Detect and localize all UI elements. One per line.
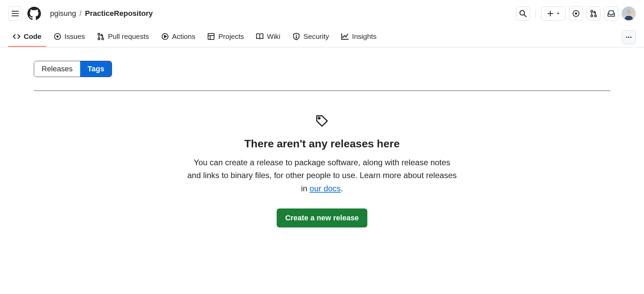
- svg-point-26: [296, 38, 297, 38]
- divider: [34, 91, 610, 91]
- tab-code[interactable]: Code: [8, 27, 46, 47]
- menu-button[interactable]: [8, 6, 22, 21]
- issue-opened-icon: [54, 33, 61, 40]
- docs-link[interactable]: our docs: [309, 184, 341, 193]
- inbox-button[interactable]: [604, 6, 618, 21]
- search-button[interactable]: [516, 6, 530, 21]
- subtab-tags[interactable]: Tags: [80, 61, 112, 77]
- svg-point-9: [591, 10, 593, 12]
- issue-opened-icon: [572, 10, 580, 17]
- svg-point-28: [628, 36, 629, 38]
- main-content: Releases Tags There aren't any releases …: [0, 47, 644, 241]
- code-icon: [13, 33, 20, 40]
- avatar-image: [622, 6, 636, 21]
- create-release-button[interactable]: Create a new release: [277, 209, 367, 227]
- subtab-group: Releases Tags: [34, 61, 112, 77]
- svg-point-10: [591, 15, 593, 17]
- svg-point-15: [56, 36, 58, 37]
- svg-point-8: [575, 13, 577, 14]
- tab-pull-requests-label: Pull requests: [108, 32, 149, 41]
- inbox-icon: [607, 10, 615, 17]
- git-pull-request-icon: [97, 33, 105, 40]
- github-icon: [27, 7, 41, 20]
- tab-wiki-label: Wiki: [267, 32, 280, 41]
- more-nav-button[interactable]: [622, 30, 636, 44]
- tab-code-label: Code: [24, 32, 42, 41]
- breadcrumb-repo[interactable]: PracticeRepository: [85, 9, 153, 18]
- tab-projects[interactable]: Projects: [203, 27, 249, 47]
- graph-icon: [341, 33, 349, 40]
- svg-point-13: [626, 10, 631, 14]
- tab-insights-label: Insights: [352, 32, 376, 41]
- svg-point-29: [630, 36, 631, 38]
- repo-nav: Code Issues Pull requests Actions Projec…: [0, 27, 644, 47]
- pull-requests-button[interactable]: [586, 6, 601, 21]
- tab-security[interactable]: Security: [288, 27, 334, 47]
- github-logo[interactable]: [27, 6, 41, 21]
- svg-point-17: [98, 38, 100, 40]
- table-icon: [207, 33, 215, 40]
- svg-point-27: [626, 36, 627, 38]
- empty-state: There aren't any releases here You can c…: [34, 115, 610, 227]
- tab-projects-label: Projects: [218, 32, 244, 41]
- hamburger-icon: [12, 10, 19, 17]
- shield-icon: [293, 33, 300, 40]
- header-divider: [535, 9, 536, 18]
- tab-issues[interactable]: Issues: [49, 27, 90, 47]
- page-header: pgisung / PracticeRepository: [0, 0, 644, 27]
- svg-rect-21: [208, 33, 214, 40]
- empty-description: You can create a release to package soft…: [187, 156, 457, 195]
- add-button[interactable]: [541, 6, 566, 21]
- breadcrumb-owner[interactable]: pgisung: [50, 9, 76, 18]
- empty-title: There aren't any releases here: [244, 138, 399, 150]
- tab-actions-label: Actions: [172, 32, 196, 41]
- breadcrumb-separator: /: [79, 9, 82, 18]
- git-pull-request-icon: [590, 10, 597, 17]
- empty-desc-post: .: [341, 184, 343, 193]
- tab-wiki[interactable]: Wiki: [251, 27, 285, 47]
- tag-icon: [316, 115, 328, 127]
- plus-icon: [547, 10, 554, 17]
- tab-actions[interactable]: Actions: [157, 27, 200, 47]
- book-icon: [256, 33, 263, 40]
- issues-dot-button[interactable]: [569, 6, 583, 21]
- tab-insights[interactable]: Insights: [337, 27, 381, 47]
- tab-pull-requests[interactable]: Pull requests: [92, 27, 154, 47]
- play-icon: [161, 33, 169, 40]
- header-right: [516, 6, 636, 21]
- caret-down-icon: [556, 12, 560, 15]
- kebab-horizontal-icon: [625, 34, 632, 41]
- header-left: pgisung / PracticeRepository: [8, 6, 153, 21]
- svg-point-16: [98, 33, 100, 35]
- tab-security-label: Security: [303, 32, 329, 41]
- breadcrumb: pgisung / PracticeRepository: [50, 9, 153, 18]
- svg-line-4: [524, 15, 526, 17]
- search-icon: [519, 10, 527, 17]
- avatar[interactable]: [622, 6, 636, 21]
- subtab-releases[interactable]: Releases: [34, 61, 80, 77]
- svg-point-30: [318, 117, 320, 119]
- tab-issues-label: Issues: [65, 32, 85, 41]
